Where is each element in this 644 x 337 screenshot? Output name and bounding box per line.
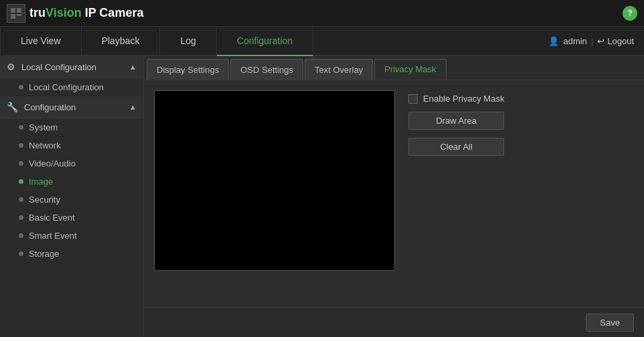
- mask-controls: Enable Privacy Mask Draw Area Clear All: [408, 90, 504, 298]
- sidebar-dot: [19, 251, 23, 256]
- sidebar-item-smart-event[interactable]: Smart Event: [0, 227, 143, 245]
- draw-area-button[interactable]: Draw Area: [408, 112, 504, 130]
- sub-tab-display-settings[interactable]: Display Settings: [147, 59, 229, 80]
- sidebar-dot: [19, 233, 23, 238]
- sidebar-dot: [19, 161, 23, 166]
- nav-tabs: Live View Playback Log Configuration 👤 a…: [0, 27, 644, 56]
- main-layout: ⚙ Local Configuration ▲ Local Configurat…: [0, 56, 644, 337]
- sidebar-item-network[interactable]: Network: [0, 136, 143, 154]
- sidebar-item-label: Smart Event: [29, 231, 77, 241]
- sidebar-item-label: System: [29, 122, 58, 132]
- sidebar-item-label: Image: [29, 177, 53, 187]
- sidebar-item-label: Local Configuration: [29, 82, 104, 92]
- tab-configuration[interactable]: Configuration: [217, 27, 313, 56]
- sidebar-item-image[interactable]: Image: [0, 173, 143, 191]
- local-config-section-label: Local Configuration: [21, 62, 96, 72]
- svg-rect-0: [11, 8, 15, 13]
- sidebar-item-label: Storage: [29, 249, 60, 259]
- local-config-icon: ⚙: [7, 62, 15, 72]
- sidebar-item-system[interactable]: System: [0, 118, 143, 136]
- user-icon: 👤: [548, 36, 559, 46]
- save-button[interactable]: Save: [586, 314, 634, 332]
- svg-rect-1: [17, 8, 21, 13]
- chevron-up-icon: ▲: [129, 63, 137, 71]
- sidebar: ⚙ Local Configuration ▲ Local Configurat…: [0, 56, 144, 337]
- config-icon: 🔧: [7, 102, 18, 112]
- app-header: truVision IP Camera ?: [0, 0, 644, 27]
- enable-privacy-mask-checkbox[interactable]: [408, 94, 418, 104]
- clear-all-button[interactable]: Clear All: [408, 138, 504, 156]
- sidebar-item-local-configuration[interactable]: Local Configuration: [0, 78, 143, 96]
- sidebar-item-label: Video/Audio: [29, 158, 76, 168]
- sub-tab-osd-settings[interactable]: OSD Settings: [230, 59, 303, 80]
- svg-rect-2: [11, 14, 15, 19]
- sidebar-item-security[interactable]: Security: [0, 191, 143, 209]
- chevron-up-icon-2: ▲: [129, 103, 137, 111]
- enable-privacy-mask-row: Enable Privacy Mask: [408, 94, 504, 104]
- svg-rect-3: [17, 14, 21, 16]
- sub-tab-text-overlay[interactable]: Text Overlay: [305, 59, 373, 80]
- mask-canvas-area[interactable]: [154, 90, 395, 271]
- sidebar-dot: [19, 143, 23, 148]
- sidebar-dot: [19, 215, 23, 220]
- sidebar-dot: [19, 125, 23, 130]
- sidebar-dot: [19, 85, 23, 90]
- sidebar-item-label: Network: [29, 140, 61, 150]
- logo-icon: [7, 4, 25, 23]
- logout-label: Logout: [607, 36, 634, 46]
- content-area: Display Settings OSD Settings Text Overl…: [144, 56, 644, 337]
- logout-button[interactable]: ↩ Logout: [597, 36, 634, 46]
- sidebar-item-label: Security: [29, 195, 60, 205]
- sidebar-dot: [19, 179, 23, 184]
- tab-live-view[interactable]: Live View: [0, 27, 82, 55]
- sub-tab-privacy-mask[interactable]: Privacy Mask: [374, 59, 446, 80]
- username-label: admin: [563, 36, 586, 46]
- sub-tabs: Display Settings OSD Settings Text Overl…: [144, 56, 644, 80]
- sidebar-item-storage[interactable]: Storage: [0, 245, 143, 263]
- logo: truVision IP Camera: [7, 4, 143, 23]
- help-button[interactable]: ?: [623, 6, 637, 21]
- tab-playback[interactable]: Playback: [82, 27, 161, 55]
- config-section-label: Configuration: [24, 102, 76, 112]
- sidebar-dot: [19, 197, 23, 202]
- sidebar-item-video-audio[interactable]: Video/Audio: [0, 154, 143, 173]
- logout-icon: ↩: [597, 36, 605, 46]
- tab-log[interactable]: Log: [160, 27, 216, 55]
- privacy-mask-content: Enable Privacy Mask Draw Area Clear All: [144, 80, 644, 308]
- footer: Save: [144, 308, 644, 337]
- sidebar-section-configuration[interactable]: 🔧 Configuration ▲: [0, 96, 143, 118]
- sidebar-section-local-config[interactable]: ⚙ Local Configuration ▲: [0, 56, 143, 78]
- logo-text: truVision IP Camera: [29, 6, 143, 20]
- separator: |: [591, 36, 593, 46]
- enable-privacy-mask-label: Enable Privacy Mask: [423, 94, 504, 104]
- sidebar-item-label: Basic Event: [29, 213, 75, 223]
- user-info: 👤 admin | ↩ Logout: [538, 27, 644, 55]
- sidebar-item-basic-event[interactable]: Basic Event: [0, 209, 143, 227]
